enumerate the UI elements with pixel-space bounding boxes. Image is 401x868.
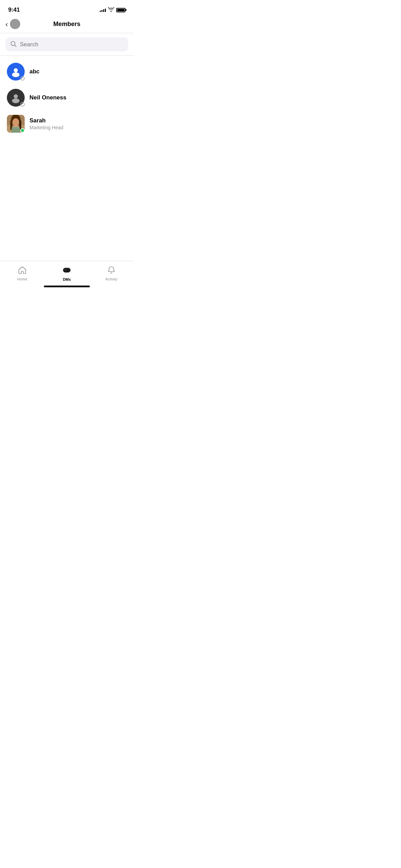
tab-dms[interactable]: DMs	[45, 265, 89, 281]
members-list: abc Neil Oneness	[0, 56, 134, 140]
tab-activity-label: Activity	[106, 277, 118, 281]
search-icon	[10, 41, 16, 48]
wifi-icon	[108, 7, 114, 13]
nav-header: ‹ Members	[0, 15, 134, 33]
search-input[interactable]	[20, 41, 123, 48]
status-dot-sarah	[20, 128, 25, 133]
status-icons	[100, 7, 125, 13]
avatar-wrap-abc	[7, 63, 25, 81]
search-bar[interactable]	[5, 37, 128, 51]
status-time: 9:41	[8, 7, 20, 13]
signal-bar-2	[101, 10, 102, 12]
member-info-neil: Neil Oneness	[29, 94, 66, 101]
tab-home[interactable]: Home	[0, 266, 45, 281]
search-container	[0, 33, 134, 56]
status-dot-neil	[20, 102, 25, 107]
status-dot-abc	[20, 76, 25, 81]
tab-dms-label: DMs	[63, 277, 71, 281]
home-icon	[18, 266, 27, 276]
list-item[interactable]: Sarah Marketing Head	[0, 111, 134, 137]
member-info-sarah: Sarah Marketing Head	[29, 117, 63, 130]
bell-icon	[107, 266, 116, 276]
signal-bars-icon	[100, 8, 106, 12]
battery-icon	[116, 8, 125, 12]
back-chevron-icon: ‹	[5, 21, 8, 27]
member-name: Neil Oneness	[29, 94, 66, 101]
svg-point-4	[14, 94, 18, 98]
svg-point-0	[11, 41, 15, 46]
signal-bar-1	[100, 11, 101, 12]
back-avatar	[10, 19, 20, 29]
avatar-wrap-sarah	[7, 115, 25, 133]
svg-point-2	[14, 68, 18, 72]
member-info-abc: abc	[29, 68, 39, 75]
dms-icon	[62, 265, 72, 276]
home-indicator	[44, 286, 90, 287]
svg-point-5	[12, 98, 20, 103]
list-item[interactable]: abc	[0, 59, 134, 85]
list-item[interactable]: Neil Oneness	[0, 85, 134, 111]
signal-bar-4	[105, 9, 106, 12]
svg-point-3	[12, 72, 20, 77]
tab-home-label: Home	[17, 277, 27, 281]
status-bar: 9:41	[0, 0, 134, 15]
back-button[interactable]: ‹	[5, 19, 20, 29]
svg-line-1	[15, 45, 16, 47]
avatar-wrap-neil	[7, 89, 25, 107]
tab-bar: Home DMs Activity	[0, 261, 134, 289]
battery-fill	[117, 9, 124, 11]
member-role: Marketing Head	[29, 125, 63, 130]
signal-bar-3	[103, 9, 104, 12]
svg-rect-13	[12, 127, 20, 133]
svg-point-16	[64, 268, 68, 272]
tab-activity[interactable]: Activity	[89, 266, 134, 281]
member-name: abc	[29, 68, 39, 75]
svg-point-11	[12, 118, 19, 126]
member-name: Sarah	[29, 117, 63, 124]
page-title: Members	[53, 21, 80, 28]
